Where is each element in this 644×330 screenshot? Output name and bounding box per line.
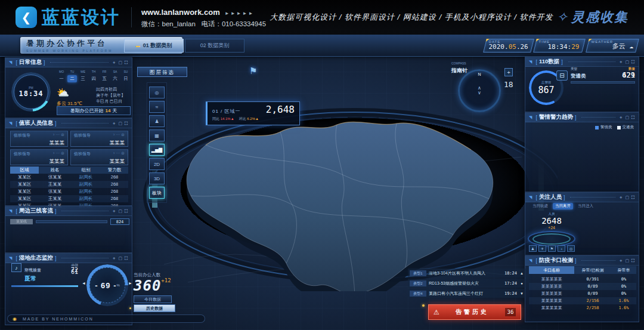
card-more-icon: › ··· ⊛: [53, 132, 64, 138]
tool-icon[interactable]: ♟: [529, 245, 537, 252]
map-flag-marker[interactable]: ⚑: [249, 66, 257, 76]
panel-control-icons[interactable]: ＋ ▢ ⛶: [112, 255, 128, 261]
focus-bar-chart[interactable]: [573, 203, 639, 255]
tooltip-region: 01 / 区域一: [212, 108, 241, 115]
card-person-name: 某某某: [74, 140, 125, 147]
tab-marker-icon: ▬: [136, 44, 140, 48]
panel-title: 警情警力趋势: [539, 113, 573, 121]
duty-leader-card[interactable]: 值班领导› ··· ⊛ 某某某: [70, 149, 128, 165]
panel-title: 周边三线客流: [19, 207, 53, 215]
alert-text: 湿地3-104片区有不明人员闯入: [429, 270, 502, 276]
panel-control-icons[interactable]: ＋ ▢ ⛶: [112, 208, 128, 214]
panel-checkpoint: ◥ [ 防疫卡口检测 ] ＋ ▢ ⛶ 卡口名称 异常/已检测 异常率 某某某某某…: [525, 255, 639, 322]
tool-icon[interactable]: ＋: [558, 245, 565, 252]
panel-title: 防疫卡口检测: [539, 257, 573, 264]
zoom-in-button[interactable]: ＋: [504, 68, 513, 76]
layer-button[interactable]: ≈: [149, 101, 165, 113]
cloud-icon: ☁: [629, 42, 633, 50]
alert-direction-icon: ●: [519, 282, 524, 285]
lunar-date: 闰四月初四: [96, 87, 125, 92]
weekday-cell[interactable]: TU 二: [67, 70, 77, 82]
yoy-label: 同比: [212, 117, 219, 121]
data-category-tabs: ▬ 01 数据类别 ▬ 02 数据类别: [124, 39, 244, 53]
layer-button[interactable]: 3D: [149, 172, 165, 184]
alert-row[interactable]: 类型4 某路口有小汽车连闯三个红灯 19:24 ▼: [408, 289, 526, 298]
banner-divider: [131, 7, 132, 27]
duty-leader-card[interactable]: 值班领导› ··· ⊛ 某某某: [10, 149, 68, 165]
weekday-cell[interactable]: MO 一: [57, 70, 66, 82]
data-category-tab[interactable]: ▬ 02 数据类别: [185, 39, 244, 53]
layer-button-icon: ♟: [154, 119, 159, 124]
weekday-cell[interactable]: WE 三: [78, 70, 88, 82]
tool-icon[interactable]: ✈: [538, 245, 546, 252]
checkpoint-row: 某某某某某2/2581.6%: [529, 304, 636, 312]
focus-tab[interactable]: 当日离开: [553, 203, 573, 209]
wechat-label: 微信：: [141, 20, 162, 27]
today-data-button[interactable]: 今日数据: [134, 295, 172, 303]
legend-item[interactable]: 警情类: [595, 125, 612, 130]
layer-button[interactable]: 2D: [149, 158, 165, 170]
checkpoint-row: 某某某某某0/3910%: [529, 276, 636, 283]
panel-control-icons[interactable]: ＋ ▢ ⛶: [619, 258, 635, 264]
lanlan-logo-text: 蓝蓝设计: [42, 5, 120, 30]
sparkle-icon: ✧: [557, 10, 568, 25]
focus-tab[interactable]: 当日轨迹: [530, 203, 550, 209]
eco-gauge: - 69 - %: [89, 267, 125, 303]
panel-control-icons[interactable]: ＋ ▢ ⛶: [619, 115, 635, 121]
legend-item[interactable]: 交通类: [617, 125, 634, 130]
weekday-cell[interactable]: TH 四: [89, 70, 98, 82]
inspiration-collect[interactable]: ✧ 灵感收集: [557, 8, 628, 26]
layer-button-icon: ▂▅▇: [151, 147, 162, 153]
alert-history-button[interactable]: ⚠ 告警历史 36: [428, 304, 521, 320]
alert-row[interactable]: 类型2 RD13-53烟感报警疑似火灾 17:24 ●: [408, 279, 526, 288]
data-category-tab[interactable]: ▬ 01 数据类别: [124, 39, 184, 53]
office-count-chart[interactable]: [168, 272, 351, 320]
passenger-bar-row: 某某线 824: [10, 216, 129, 227]
layer-button[interactable]: 板块: [149, 187, 165, 199]
weekday-cell[interactable]: SA 六: [110, 70, 120, 82]
compass[interactable]: N ∧∨: [458, 69, 501, 112]
focus-tool-icons: ♟✈⚑＋◎: [529, 245, 575, 252]
weather-cloud-icon: ⛅: [57, 87, 94, 99]
panel-control-icons[interactable]: ＋ ▢ ⛶: [619, 195, 635, 201]
tool-icon[interactable]: ⚑: [548, 245, 556, 252]
metric-number: 61: [71, 269, 78, 275]
alert-type-tag: 类型1: [410, 270, 426, 276]
layer-button[interactable]: ♟: [149, 115, 165, 127]
gauge-label: 总警情: [541, 81, 552, 85]
layer-button-icon: 板块: [152, 190, 162, 196]
website-url[interactable]: www.lanlanwork.com: [141, 8, 220, 17]
layer-button-icon: ◎: [155, 90, 159, 95]
clock-time: 18:34: [18, 90, 43, 98]
duty-leader-card[interactable]: 值班领导› ··· ⊛ 某某某: [70, 131, 128, 147]
checkpoint-table-body: 某某某某某0/3910% 某某某某某0/890% 某某某某某0/890% 某某某…: [529, 276, 636, 312]
weekday-cell[interactable]: FR 五: [100, 70, 109, 82]
panel-110-data: ◥ [ 110数据 ] ＋ ▢ ⛶ 总警情 867 ⊚ 类型数量 警情类629: [525, 57, 639, 112]
panel-title: 110数据: [539, 58, 559, 66]
card-more-icon: › ··· ⊛: [113, 151, 125, 157]
gauge-right-arrow-icon[interactable]: ►: [128, 281, 132, 285]
layer-button[interactable]: ▦: [149, 129, 165, 141]
city-3d-map[interactable]: [140, 85, 558, 291]
gauge-left-arrow-icon[interactable]: ◄: [82, 281, 86, 285]
weekday-cell[interactable]: SU 日: [121, 70, 131, 82]
panel-control-icons[interactable]: ＋ ▢ ⛶: [112, 121, 128, 127]
panel-control-icons[interactable]: ＋ ▢ ⛶: [619, 59, 635, 65]
panel-control-icons[interactable]: ＋ ▢ ⛶: [112, 60, 128, 66]
card-person-name: 某某某: [14, 158, 64, 165]
card-more-icon: › ··· ⊛: [53, 151, 64, 157]
metric-icon: ♪: [11, 263, 21, 272]
legend-swatch: [617, 126, 621, 129]
layer-button[interactable]: ▂▅▇: [149, 144, 165, 156]
layer-button-icon: 3D: [154, 176, 160, 181]
metric-bar: [11, 285, 78, 287]
phone-number: 010-63334945: [222, 20, 266, 27]
layer-button[interactable]: ◎: [149, 87, 165, 98]
alert-row[interactable]: 类型1 湿地3-104片区有不明人员闯入 18:24 ▲: [408, 269, 526, 277]
collect-label: 灵感收集: [571, 8, 628, 26]
alarm-bar-fill: [571, 82, 634, 83]
alarm-trend-chart[interactable]: [529, 131, 636, 190]
bar-track: [36, 220, 107, 223]
layer-button-icon: 2D: [154, 162, 160, 167]
duty-leader-card[interactable]: 值班领导› ··· ⊛ 某某某: [10, 131, 68, 147]
